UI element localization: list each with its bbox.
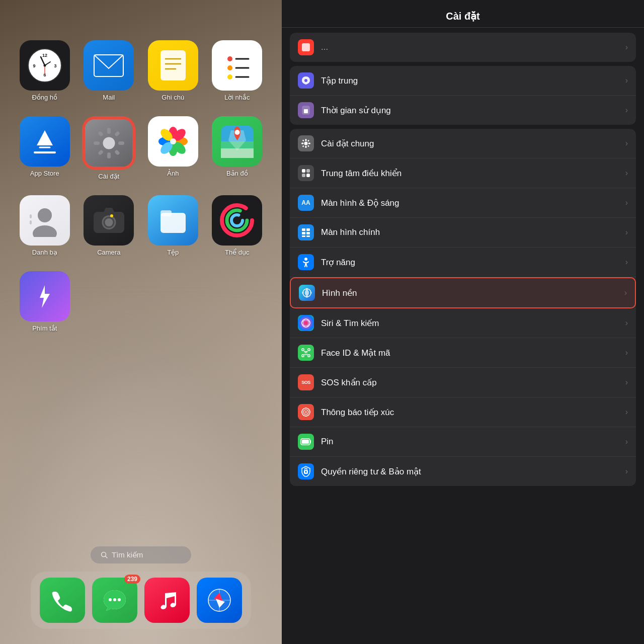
svg-point-107: [302, 320, 310, 326]
app-settings[interactable]: Cài đặt: [79, 116, 139, 180]
svg-text:9: 9: [33, 63, 35, 68]
svg-point-23: [103, 137, 115, 149]
sos-label: SOS khẩn cấp: [321, 377, 625, 388]
app-appstore[interactable]: App Store: [15, 116, 74, 180]
svg-text:3: 3: [54, 63, 56, 68]
svg-point-101: [306, 288, 308, 290]
svg-rect-92: [306, 228, 310, 231]
svg-point-8: [43, 64, 46, 67]
display-icon: AA: [298, 195, 314, 211]
svg-point-67: [118, 598, 121, 601]
app-fitness[interactable]: Thể dục: [208, 195, 267, 256]
settings-row-general[interactable]: Cài đặt chung ›: [290, 129, 636, 158]
maps-label: Bản đồ: [226, 170, 248, 177]
dock-phone[interactable]: [40, 578, 85, 623]
controlcenter-label: Trung tâm điều khiển: [321, 168, 625, 179]
svg-point-66: [113, 598, 116, 601]
siri-icon: [298, 315, 314, 331]
messages-badge: 239: [124, 575, 140, 584]
reminders-label: Lời nhắc: [224, 94, 250, 101]
svg-rect-96: [306, 235, 310, 237]
svg-rect-84: [307, 140, 309, 142]
settings-row-faceid[interactable]: Face ID & Mật mã ›: [290, 338, 636, 368]
svg-point-102: [310, 292, 312, 294]
settings-group-2: Cài đặt chung › Trung tâm điều khiển ›: [290, 129, 636, 486]
app-contacts[interactable]: Danh bạ: [15, 195, 74, 256]
siri-label: Siri & Tìm kiếm: [321, 318, 625, 329]
svg-point-52: [105, 218, 113, 226]
general-label: Cài đặt chung: [321, 138, 625, 149]
search-bar[interactable]: Tìm kiếm: [91, 546, 191, 564]
contacts-label: Danh bạ: [32, 249, 57, 256]
files-icon-bg: [148, 195, 198, 246]
clock-icon-bg: 12 6 9 3: [20, 40, 70, 91]
screentime-chevron: ›: [625, 106, 628, 115]
settings-row-battery[interactable]: Pin ›: [290, 427, 636, 457]
settings-row-controlcenter[interactable]: Trung tâm điều khiển ›: [290, 158, 636, 188]
svg-point-75: [304, 79, 307, 82]
home-screen: 12 6 9 3 Đồng hồ Mail: [0, 0, 282, 644]
svg-rect-90: [306, 174, 310, 177]
svg-rect-88: [306, 169, 310, 173]
partial-icon: [298, 39, 314, 55]
app-mail[interactable]: Mail: [79, 40, 139, 101]
general-chevron: ›: [625, 139, 628, 148]
focus-icon: [298, 72, 314, 89]
settings-row-display[interactable]: AA Màn hình & Độ sáng ›: [290, 188, 636, 218]
reminders-icon-bg: [212, 40, 262, 91]
settings-row-screentime[interactable]: Thời gian sử dụng ›: [290, 96, 636, 125]
partial-label: ...: [321, 42, 625, 52]
accessibility-icon: [298, 254, 314, 270]
homescreen-label: Màn hình chính: [321, 227, 625, 237]
phone-icon: [51, 589, 74, 612]
app-clock[interactable]: 12 6 9 3 Đồng hồ: [15, 40, 74, 101]
svg-rect-26: [94, 141, 100, 145]
dock-music[interactable]: [144, 578, 190, 623]
settings-row-partial[interactable]: ... ›: [290, 33, 636, 62]
settings-row-siri[interactable]: Siri & Tìm kiếm ›: [290, 308, 636, 338]
settings-list[interactable]: ... › Tập trung › Thời gian sử dụng ›: [282, 28, 644, 644]
settings-row-focus[interactable]: Tập trung ›: [290, 66, 636, 96]
settings-row-sos[interactable]: SOS SOS khẩn cấp ›: [290, 368, 636, 397]
settings-row-privacy[interactable]: Quyền riêng tư & Bảo mật ›: [290, 457, 636, 486]
svg-rect-87: [302, 169, 305, 173]
svg-rect-31: [114, 149, 120, 155]
privacy-label: Quyền riêng tư & Bảo mật: [321, 466, 625, 477]
svg-point-17: [227, 74, 232, 79]
svg-rect-94: [306, 232, 310, 234]
faceid-label: Face ID & Mật mã: [321, 348, 625, 358]
svg-rect-55: [160, 210, 172, 216]
settings-group-1: Tập trung › Thời gian sử dụng ›: [290, 66, 636, 125]
messages-icon: [102, 588, 127, 613]
settings-row-homescreen[interactable]: Màn hình chính ›: [290, 218, 636, 248]
contact-notif-icon: [298, 404, 314, 420]
app-shortcuts[interactable]: Phím tắt: [15, 271, 74, 332]
shortcuts-icon-bg: [20, 271, 70, 321]
svg-rect-91: [302, 228, 305, 231]
app-notes[interactable]: Ghi chú: [143, 40, 203, 101]
svg-rect-108: [302, 349, 304, 351]
app-maps[interactable]: Bản đồ: [208, 116, 267, 180]
contact-notif-chevron: ›: [625, 408, 628, 417]
appstore-icon-bg: [20, 116, 70, 167]
clock-label: Đồng hồ: [32, 94, 57, 101]
app-photos[interactable]: Ảnh: [143, 116, 203, 180]
accessibility-label: Trợ năng: [321, 257, 625, 268]
svg-rect-93: [302, 232, 305, 234]
settings-row-contact-notifications[interactable]: Thông báo tiếp xúc ›: [290, 397, 636, 427]
privacy-icon: [298, 463, 314, 479]
svg-point-121: [309, 412, 310, 413]
app-files[interactable]: Tệp: [143, 195, 203, 256]
svg-point-53: [110, 214, 113, 217]
controlcenter-chevron: ›: [625, 169, 628, 178]
settings-row-wallpaper[interactable]: Hình nền ›: [290, 277, 636, 308]
settings-header: Cài đặt: [282, 0, 644, 28]
app-camera[interactable]: Camera: [79, 195, 139, 256]
svg-rect-83: [302, 139, 304, 141]
general-icon: [298, 135, 314, 151]
app-reminders[interactable]: Lời nhắc: [208, 40, 267, 101]
settings-row-accessibility[interactable]: Trợ năng ›: [290, 248, 636, 277]
dock-safari[interactable]: [197, 578, 242, 623]
svg-point-78: [304, 142, 308, 145]
dock-messages[interactable]: 239: [92, 578, 137, 623]
